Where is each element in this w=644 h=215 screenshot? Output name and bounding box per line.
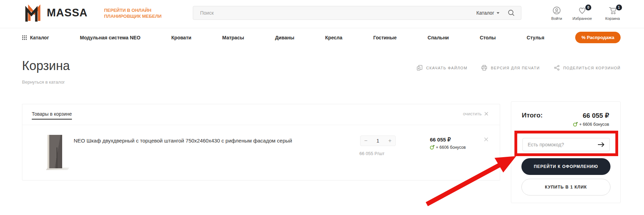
promo-code-input[interactable] [523, 142, 597, 147]
nav-item-tables[interactable]: Столы [480, 35, 496, 40]
main-nav: Каталог Модульная система NEO Кровати Ма… [0, 29, 644, 46]
qty-increase-button[interactable]: + [385, 138, 395, 144]
chevron-down-icon [497, 12, 499, 14]
account-icon [552, 6, 561, 15]
bonus-icon [430, 146, 434, 149]
nav-item-livingrooms[interactable]: Гостиные [373, 35, 397, 40]
nav-item-mattresses[interactable]: Матрасы [222, 35, 244, 40]
account-button[interactable]: Войти [543, 6, 571, 21]
nav-item-catalog[interactable]: Каталог [22, 35, 49, 40]
total-value: 66 055 ₽ [583, 112, 609, 120]
share-cart-label: Поделиться корзиной [563, 66, 621, 70]
share-icon [554, 65, 560, 71]
search-input[interactable] [193, 6, 476, 20]
sale-button[interactable]: % Распродажа [575, 32, 621, 43]
quantity-stepper: − + [360, 136, 396, 146]
nav-item-bedrooms[interactable]: Спальни [427, 35, 449, 40]
print-version-label: Версия для печати [491, 66, 540, 70]
nav-item-label: Кресла [325, 35, 342, 40]
download-file-link[interactable]: Скачать файлом [417, 65, 467, 71]
nav-item-label: Кровати [171, 35, 191, 40]
qty-input[interactable] [371, 138, 385, 144]
tab-cart-items[interactable]: Товары в корзине [32, 111, 72, 120]
cart-label: Корзина [605, 16, 620, 21]
nav-item-label: Гостиные [373, 35, 397, 40]
nav-item-label: Каталог [30, 35, 49, 40]
nav-item-sofas[interactable]: Диваны [275, 35, 294, 40]
bonus-icon [573, 123, 577, 126]
page-title: Корзина [22, 59, 70, 73]
account-label: Войти [551, 16, 562, 21]
nav-item-label: Матрасы [222, 35, 244, 40]
nav-item-neo[interactable]: Модульная система NEO [80, 35, 140, 40]
brand-logo[interactable]: MASSA [24, 4, 88, 22]
nav-item-label: Стулья [527, 35, 544, 40]
close-icon [484, 137, 488, 141]
total-bonus-label: + 6606 бонусов [579, 122, 609, 127]
total-label: Итого: [522, 112, 543, 119]
order-summary-panel: Итого: 66 055 ₽ + 6606 бонусов Перейти к… [511, 101, 621, 203]
favorites-count-badge: 0 [585, 5, 591, 10]
cart-items-panel: Товары в корзине очистить NEO Шкаф двухд… [22, 104, 500, 181]
nav-item-label: Диваны [275, 35, 294, 40]
cart-actions-row: Скачать файлом Версия для печати Поделит… [417, 65, 621, 71]
promo-code-field [522, 138, 610, 151]
search-catalog-dropdown[interactable]: Каталог [476, 10, 499, 16]
qty-decrease-button[interactable]: − [360, 138, 371, 144]
download-file-label: Скачать файлом [426, 66, 467, 70]
search-catalog-label: Каталог [476, 10, 494, 16]
search-icon[interactable] [507, 9, 515, 17]
item-bonus-label: + 6606 бонусов [436, 145, 466, 150]
close-icon [484, 112, 488, 116]
divider [22, 125, 500, 125]
online-planner-link[interactable]: Перейти в онлайн планировщик мебели [104, 7, 170, 19]
product-name-link[interactable]: NEO Шкаф двухдверный с торцевой штангой … [74, 138, 292, 144]
item-bonus: + 6606 бонусов [430, 145, 466, 150]
buy-one-click-button[interactable]: Купить в 1 клик [521, 179, 610, 195]
nav-item-chairs[interactable]: Стулья [527, 35, 544, 40]
nav-item-beds[interactable]: Кровати [171, 35, 191, 40]
nav-item-label: Спальни [427, 35, 449, 40]
promo-submit-arrow-icon[interactable] [597, 141, 605, 148]
print-version-link[interactable]: Версия для печати [481, 65, 540, 71]
search-bar: Каталог [193, 6, 521, 20]
checkout-button[interactable]: Перейти к оформлению [521, 158, 610, 175]
grid-icon [22, 35, 27, 40]
brand-name: MASSA [47, 7, 88, 19]
unit-price: 66 055 Р/шт [359, 151, 385, 156]
printer-icon [481, 65, 487, 71]
product-image[interactable] [44, 134, 75, 171]
item-total-price: 66 055 ₽ [430, 137, 451, 143]
clear-cart-label: очистить [463, 111, 482, 116]
clear-cart-link[interactable]: очистить [463, 111, 488, 116]
share-cart-link[interactable]: Поделиться корзиной [554, 65, 621, 71]
cart-button[interactable]: 1 Корзина [599, 6, 627, 21]
favorites-label: Избранное [572, 16, 592, 21]
back-to-catalog-link[interactable]: Вернуться в каталог [22, 79, 65, 85]
nav-item-armchairs[interactable]: Кресла [325, 35, 342, 40]
massa-m-icon [24, 4, 44, 22]
cart-count-badge: 1 [616, 5, 622, 10]
nav-item-label: Столы [480, 35, 496, 40]
download-file-icon [417, 65, 423, 71]
site-header: MASSA Перейти в онлайн планировщик мебел… [0, 0, 644, 28]
remove-item-button[interactable] [484, 137, 488, 141]
nav-item-label: Модульная система NEO [80, 35, 140, 40]
favorites-button[interactable]: 0 Избранное [568, 6, 596, 21]
total-bonus: + 6606 бонусов [573, 122, 609, 127]
